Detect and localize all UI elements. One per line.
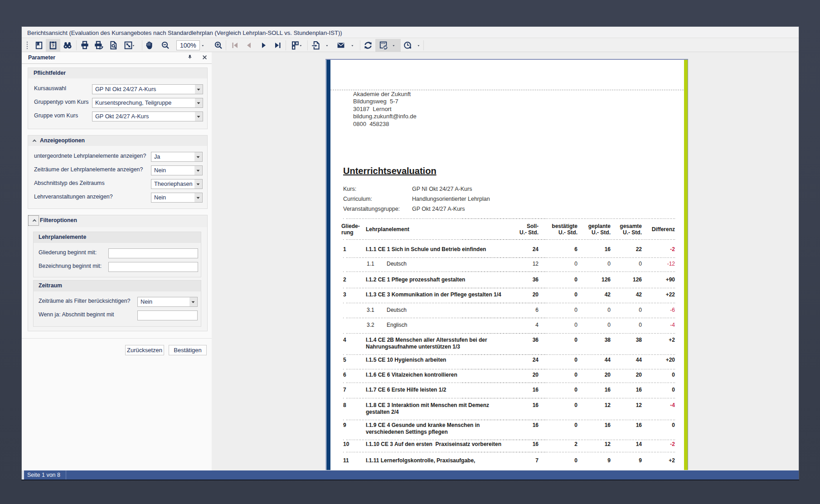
svg-text:?: ? <box>52 44 54 48</box>
